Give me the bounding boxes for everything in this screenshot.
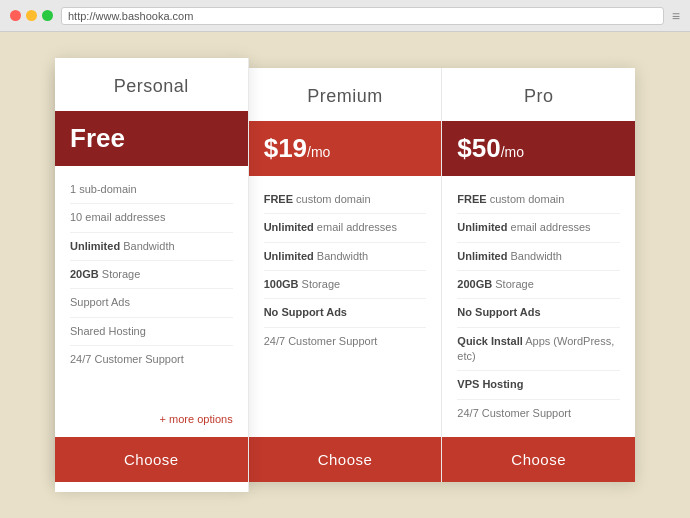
pro-price-bar: $50/mo [442, 121, 635, 176]
personal-feature-3: Unlimited Bandwidth [70, 233, 233, 261]
personal-features: 1 sub-domain 10 email addresses Unlimite… [55, 166, 248, 406]
minimize-dot[interactable] [26, 10, 37, 21]
pro-feature-7: VPS Hosting [457, 371, 620, 399]
personal-price: Free [70, 123, 233, 154]
personal-more-options[interactable]: + more options [55, 405, 248, 437]
premium-features: FREE custom domain Unlimited email addre… [249, 176, 442, 365]
pro-feature-1: FREE custom domain [457, 186, 620, 214]
traffic-lights [10, 10, 53, 21]
pricing-table: Personal Free 1 sub-domain 10 email addr… [55, 68, 635, 483]
pro-header: Pro [442, 68, 635, 121]
plan-pro: Pro $50/mo FREE custom domain Unlimited … [442, 68, 635, 483]
pro-feature-5: No Support Ads [457, 299, 620, 327]
address-bar[interactable]: http://www.bashooka.com [61, 7, 664, 25]
personal-price-bar: Free [55, 111, 248, 166]
premium-feature-3: Unlimited Bandwidth [264, 243, 427, 271]
personal-header: Personal [55, 58, 248, 111]
pro-feature-3: Unlimited Bandwidth [457, 243, 620, 271]
url-text: http://www.bashooka.com [68, 10, 193, 22]
premium-price: $19/mo [264, 133, 427, 164]
personal-feature-1: 1 sub-domain [70, 176, 233, 204]
personal-feature-7: 24/7 Customer Support [70, 346, 233, 373]
premium-title: Premium [264, 86, 427, 107]
maximize-dot[interactable] [42, 10, 53, 21]
personal-feature-4: 20GB Storage [70, 261, 233, 289]
pro-feature-6: Quick Install Apps (WordPress, etc) [457, 328, 620, 372]
premium-choose-button[interactable]: Choose [249, 437, 442, 482]
pro-features: FREE custom domain Unlimited email addre… [442, 176, 635, 438]
pro-feature-8: 24/7 Customer Support [457, 400, 620, 427]
premium-price-bar: $19/mo [249, 121, 442, 176]
personal-feature-2: 10 email addresses [70, 204, 233, 232]
personal-feature-5: Support Ads [70, 289, 233, 317]
close-dot[interactable] [10, 10, 21, 21]
premium-header: Premium [249, 68, 442, 121]
pro-feature-4: 200GB Storage [457, 271, 620, 299]
personal-feature-6: Shared Hosting [70, 318, 233, 346]
plan-premium: Premium $19/mo FREE custom domain Unlimi… [249, 68, 443, 483]
browser-chrome: http://www.bashooka.com ≡ [0, 0, 690, 32]
premium-feature-2: Unlimited email addresses [264, 214, 427, 242]
personal-title: Personal [70, 76, 233, 97]
pro-choose-button[interactable]: Choose [442, 437, 635, 482]
personal-choose-button[interactable]: Choose [55, 437, 248, 482]
premium-feature-6: 24/7 Customer Support [264, 328, 427, 355]
content-area: Personal Free 1 sub-domain 10 email addr… [0, 32, 690, 518]
pro-feature-2: Unlimited email addresses [457, 214, 620, 242]
plan-personal: Personal Free 1 sub-domain 10 email addr… [55, 58, 249, 493]
pro-title: Pro [457, 86, 620, 107]
pro-price: $50/mo [457, 133, 620, 164]
premium-feature-5: No Support Ads [264, 299, 427, 327]
premium-feature-4: 100GB Storage [264, 271, 427, 299]
premium-feature-1: FREE custom domain [264, 186, 427, 214]
browser-menu-icon[interactable]: ≡ [672, 8, 680, 24]
